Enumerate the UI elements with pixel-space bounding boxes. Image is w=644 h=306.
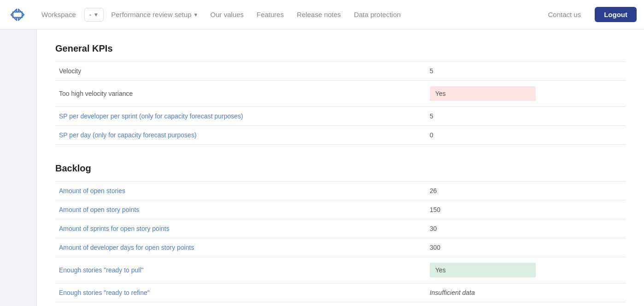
row-value: 26 bbox=[426, 182, 626, 200]
navbar: Workspace - ▼ Performance review setup ▼… bbox=[0, 0, 644, 29]
row-label: Amount of open bugs bbox=[55, 302, 426, 306]
nav-contact-us[interactable]: Contact us bbox=[543, 8, 585, 21]
table-row: Amount of open stories 26 bbox=[55, 182, 626, 200]
table-row: Amount of sprints for open story points … bbox=[55, 219, 626, 238]
table-row: Amount of open story points 150 bbox=[55, 200, 626, 219]
main-content: General KPIs Velocity 5 Too high velocit… bbox=[37, 29, 644, 306]
workspace-dropdown[interactable]: - ▼ bbox=[84, 8, 104, 22]
table-row: Too high velocity variance Yes bbox=[55, 81, 626, 107]
nav-our-values[interactable]: Our values bbox=[205, 8, 248, 21]
backlog-table: Amount of open stories 26 Amount of open… bbox=[55, 181, 626, 306]
row-label: Amount of open story points bbox=[55, 200, 426, 219]
row-label: Enough stories "ready to pull" bbox=[55, 257, 426, 283]
row-label: Too high velocity variance bbox=[55, 81, 426, 107]
row-value-highlight-red: Yes bbox=[426, 81, 626, 107]
table-row: Amount of open bugs 0 bbox=[55, 302, 626, 306]
sidebar bbox=[0, 29, 37, 306]
table-row: Velocity 5 bbox=[55, 62, 626, 81]
table-row: Amount of developer days for open story … bbox=[55, 238, 626, 257]
row-label: Amount of developer days for open story … bbox=[55, 238, 426, 257]
general-kpis-title: General KPIs bbox=[55, 43, 626, 54]
row-label: Amount of open stories bbox=[55, 182, 426, 200]
general-kpis-section: General KPIs Velocity 5 Too high velocit… bbox=[55, 43, 626, 145]
row-value: 0 bbox=[426, 302, 626, 306]
nav-performance-review[interactable]: Performance review setup ▼ bbox=[107, 8, 202, 21]
highlight-badge-green: Yes bbox=[430, 263, 536, 277]
backlog-section: Backlog Amount of open stories 26 Amount… bbox=[55, 163, 626, 306]
nav-workspace[interactable]: Workspace bbox=[37, 8, 81, 21]
backlog-title: Backlog bbox=[55, 163, 626, 174]
row-label: SP per day (only for capacity forecast p… bbox=[55, 126, 426, 145]
table-row: Enough stories "ready to pull" Yes bbox=[55, 257, 626, 283]
nav-right-section: Contact us Logout bbox=[543, 7, 637, 22]
row-label: Amount of sprints for open story points bbox=[55, 219, 426, 238]
chevron-down-icon: ▼ bbox=[193, 12, 199, 18]
table-row: SP per developer per sprint (only for ca… bbox=[55, 107, 626, 126]
row-value-italic: Insufficient data bbox=[426, 283, 626, 302]
row-label: SP per developer per sprint (only for ca… bbox=[55, 107, 426, 126]
logout-button[interactable]: Logout bbox=[595, 7, 637, 22]
highlight-badge-red: Yes bbox=[430, 86, 536, 101]
app-logo[interactable] bbox=[7, 7, 28, 22]
general-kpis-table: Velocity 5 Too high velocity variance Ye… bbox=[55, 61, 626, 145]
row-value: 0 bbox=[426, 126, 626, 145]
row-value: 300 bbox=[426, 238, 626, 257]
nav-release-notes[interactable]: Release notes bbox=[292, 8, 345, 21]
table-row: SP per day (only for capacity forecast p… bbox=[55, 126, 626, 145]
row-value: 150 bbox=[426, 200, 626, 219]
table-row: Enough stories "ready to refine" Insuffi… bbox=[55, 283, 626, 302]
row-label: Enough stories "ready to refine" bbox=[55, 283, 426, 302]
dropdown-value: - bbox=[89, 11, 92, 18]
page-layout: General KPIs Velocity 5 Too high velocit… bbox=[0, 29, 644, 306]
nav-performance-label: Performance review setup bbox=[111, 11, 191, 18]
row-value: 30 bbox=[426, 219, 626, 238]
nav-data-protection[interactable]: Data protection bbox=[349, 8, 405, 21]
row-label: Velocity bbox=[55, 62, 426, 81]
row-value: 5 bbox=[426, 107, 626, 126]
chevron-down-icon: ▼ bbox=[93, 12, 99, 18]
row-value-highlight-green: Yes bbox=[426, 257, 626, 283]
nav-features[interactable]: Features bbox=[252, 8, 288, 21]
row-value: 5 bbox=[426, 62, 626, 81]
